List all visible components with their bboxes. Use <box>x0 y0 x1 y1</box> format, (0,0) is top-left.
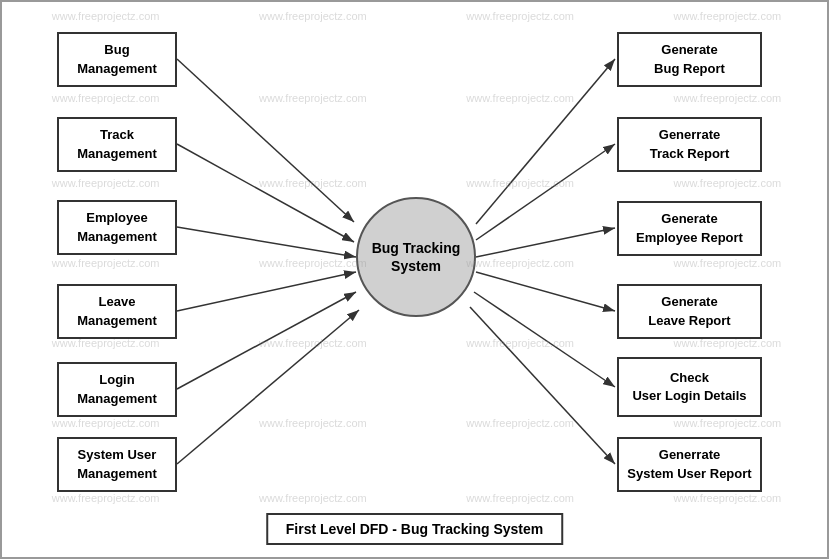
box-login-mgmt: LoginManagement <box>57 362 177 417</box>
box-bug-mgmt: BugManagement <box>57 32 177 87</box>
watermark-row7: www.freeprojectz.comwww.freeprojectz.com… <box>2 492 829 504</box>
box-track-mgmt: TrackManagement <box>57 117 177 172</box>
box-employee-mgmt: EmployeeManagement <box>57 200 177 255</box>
diagram-title: First Level DFD - Bug Tracking System <box>266 513 564 545</box>
svg-line-13 <box>470 307 615 464</box>
svg-line-10 <box>476 228 615 257</box>
box-check-login: CheckUser Login Details <box>617 357 762 417</box>
svg-line-2 <box>177 59 354 222</box>
box-leave-mgmt: LeaveManagement <box>57 284 177 339</box>
center-label: Bug Tracking System <box>358 239 474 275</box>
center-circle: Bug Tracking System <box>356 197 476 317</box>
box-gen-bug: GenerateBug Report <box>617 32 762 87</box>
box-gen-sysuser: GenerrateSystem User Report <box>617 437 762 492</box>
svg-line-5 <box>177 272 356 311</box>
svg-line-11 <box>476 272 615 311</box>
watermark-top: www.freeprojectz.comwww.freeprojectz.com… <box>2 10 829 22</box>
box-gen-leave: GenerateLeave Report <box>617 284 762 339</box>
watermark-row3: www.freeprojectz.comwww.freeprojectz.com… <box>2 177 829 189</box>
watermark-row2: www.freeprojectz.comwww.freeprojectz.com… <box>2 92 829 104</box>
svg-line-9 <box>476 144 615 240</box>
svg-line-8 <box>476 59 615 224</box>
main-container: www.freeprojectz.comwww.freeprojectz.com… <box>0 0 829 559</box>
svg-line-12 <box>474 292 615 387</box>
svg-line-7 <box>177 310 359 464</box>
svg-line-3 <box>177 144 354 242</box>
box-gen-track: GenerrateTrack Report <box>617 117 762 172</box>
svg-line-4 <box>177 227 356 257</box>
watermark-row6: www.freeprojectz.comwww.freeprojectz.com… <box>2 417 829 429</box>
box-gen-employee: GenerateEmployee Report <box>617 201 762 256</box>
box-sysuser-mgmt: System UserManagement <box>57 437 177 492</box>
svg-line-6 <box>177 292 356 389</box>
